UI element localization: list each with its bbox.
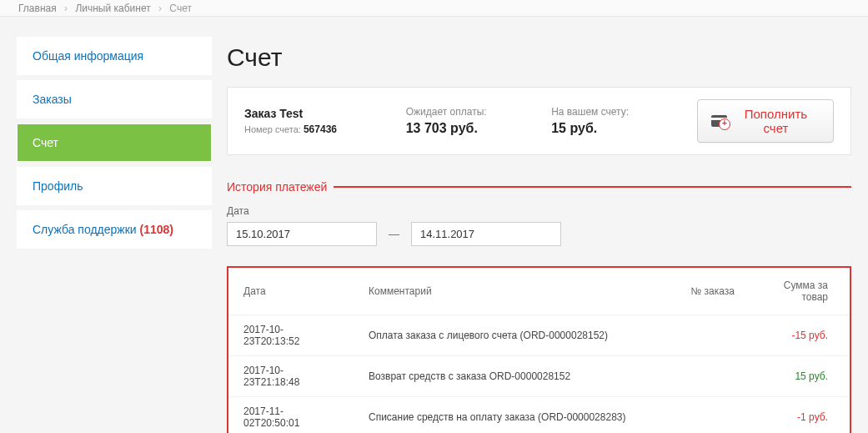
balance-label: На вашем счету: [551,106,671,118]
col-order-header: № заказа [666,268,750,315]
breadcrumb: Главная › Личный кабинет › Счет [0,0,868,17]
page-title: Счет [227,43,851,72]
topup-button[interactable]: Пополнить счет [697,99,834,143]
col-sum-header: Сумма за товар [750,268,850,315]
topup-label: Пополнить счет [732,107,820,135]
sidebar-item-account[interactable]: Счет [17,123,212,162]
date-dash: — [385,228,403,240]
sidebar-item-profile[interactable]: Профиль [17,167,212,205]
history-section-header: История платежей [227,180,851,194]
table-row: 2017-10-23T21:18:48Возврат средств с зак… [228,356,850,397]
breadcrumb-sep: › [158,3,162,14]
sidebar: Общая информация Заказы Счет Профиль Слу… [17,37,212,433]
table-header-row: Дата Комментарий № заказа Сумма за товар [228,268,850,315]
sidebar-item-label: Служба поддержки [33,223,137,236]
history-box: Дата Комментарий № заказа Сумма за товар… [227,266,851,433]
date-filter-row: — [227,222,851,246]
history-table: Дата Комментарий № заказа Сумма за товар… [228,268,850,433]
cell-sum: -15 руб. [750,315,850,356]
cell-order [666,397,750,434]
breadcrumb-link-cabinet[interactable]: Личный кабинет [75,3,150,14]
col-comment-header: Комментарий [354,268,666,315]
cell-sum: 15 руб. [750,356,850,397]
pending-value: 13 703 руб. [406,121,526,136]
divider-line [334,186,851,188]
summary-pending: Ожидает оплаты: 13 703 руб. [406,106,526,136]
breadcrumb-current: Счет [169,3,192,14]
col-date-header: Дата [228,268,354,315]
credit-card-plus-icon [711,115,727,127]
sidebar-item-overview[interactable]: Общая информация [17,37,212,75]
cell-date: 2017-10-23T20:13:52 [228,315,354,356]
cell-comment: Оплата заказа с лицевого счета (ORD-0000… [354,315,666,356]
sidebar-item-orders[interactable]: Заказы [17,80,212,118]
cell-date: 2017-11-02T20:50:01 [228,397,354,434]
date-from-input[interactable] [227,222,377,246]
summary-order: Заказ Test Номер счета: 567436 [244,107,381,135]
cell-sum: -1 руб. [750,397,850,434]
date-to-input[interactable] [411,222,561,246]
support-count: (1108) [140,223,173,236]
history-title: История платежей [227,180,327,194]
summary-box: Заказ Test Номер счета: 567436 Ожидает о… [227,87,851,155]
cell-order [666,356,750,397]
breadcrumb-link-home[interactable]: Главная [18,3,57,14]
sidebar-item-support[interactable]: Служба поддержки (1108) [17,210,212,249]
summary-balance: На вашем счету: 15 руб. [551,106,671,136]
cell-comment: Возврат средств с заказа ORD-0000028152 [354,356,666,397]
account-number: 567436 [304,123,337,135]
balance-value: 15 руб. [551,121,671,136]
breadcrumb-sep: › [64,3,68,14]
cell-date: 2017-10-23T21:18:48 [228,356,354,397]
main-content: Счет Заказ Test Номер счета: 567436 Ожид… [227,37,851,433]
cell-comment: Списание средств на оплату заказа (ORD-0… [354,397,666,434]
account-number-row: Номер счета: 567436 [244,123,381,135]
table-row: 2017-10-23T20:13:52Оплата заказа с лицев… [228,315,850,356]
order-name: Заказ Test [244,107,381,120]
table-row: 2017-11-02T20:50:01Списание средств на о… [228,397,850,434]
pending-label: Ожидает оплаты: [406,106,526,118]
date-filter-label: Дата [227,205,851,217]
cell-order [666,315,750,356]
account-label: Номер счета: [244,124,301,134]
